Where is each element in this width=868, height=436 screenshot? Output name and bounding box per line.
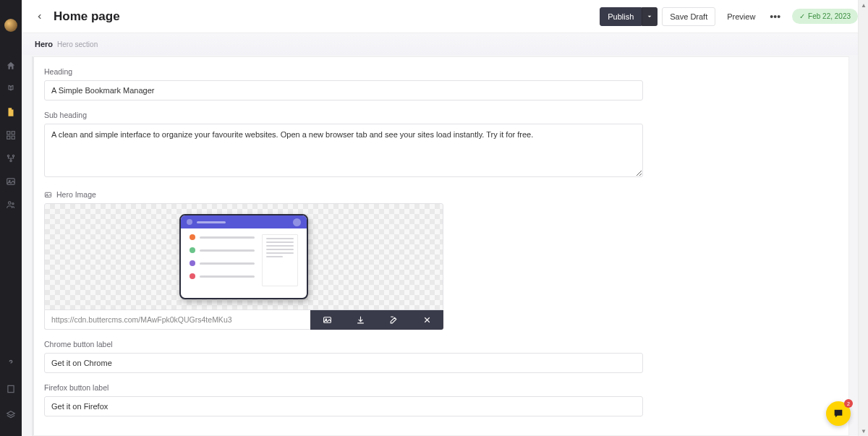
home-icon: [6, 61, 16, 71]
blog-icon: [6, 84, 16, 94]
image-download-button[interactable]: [344, 310, 377, 330]
field-heading: Heading: [44, 67, 838, 101]
hero-image-url-row: [44, 310, 443, 330]
sidebar: [0, 0, 22, 436]
field-subheading: Sub heading: [44, 111, 838, 180]
avatar[interactable]: [4, 19, 17, 32]
sidebar-bottom: [6, 358, 16, 436]
scroll-up-button[interactable]: ▲: [859, 0, 868, 10]
sidebar-docs[interactable]: [6, 384, 16, 394]
hero-image-url[interactable]: [44, 310, 310, 330]
chrome-label: Chrome button label: [44, 340, 838, 349]
chrome-input[interactable]: [44, 353, 643, 373]
svg-point-4: [7, 155, 9, 156]
image-library-button[interactable]: [310, 310, 344, 330]
sidebar-nav: [6, 61, 16, 358]
firefox-label: Firefox button label: [44, 383, 838, 392]
subheading-label: Sub heading: [44, 111, 838, 119]
heading-label: Heading: [44, 67, 838, 76]
sidebar-users[interactable]: [6, 200, 16, 210]
more-button[interactable]: •••: [767, 7, 783, 27]
edit-icon: [389, 315, 399, 325]
layers-icon: [6, 410, 16, 420]
sidebar-pages[interactable]: [6, 107, 16, 117]
image-icon: [44, 191, 52, 199]
topbar: Home page Publish Save Draft Preview •••…: [22, 0, 868, 33]
chat-icon: [833, 408, 844, 419]
breadcrumb: Hero Hero section: [22, 33, 868, 55]
hero-image-preview[interactable]: [44, 203, 443, 310]
field-chrome-label: Chrome button label: [44, 340, 838, 373]
sidebar-relations[interactable]: [6, 153, 16, 163]
svg-point-9: [9, 202, 12, 205]
subheading-input[interactable]: [44, 124, 643, 177]
svg-point-6: [10, 160, 12, 161]
hero-image-content: [179, 214, 308, 299]
svg-point-10: [12, 203, 14, 205]
sidebar-media[interactable]: [6, 176, 16, 187]
sidebar-layers[interactable]: [6, 410, 16, 420]
image-edit-button[interactable]: [377, 310, 410, 330]
chevron-down-icon: [647, 14, 652, 20]
pages-icon: [6, 107, 16, 117]
breadcrumb-sub: Hero section: [57, 40, 98, 48]
topbar-actions: Publish Save Draft Preview ••• Feb 22, 2…: [600, 7, 858, 27]
preview-button[interactable]: Preview: [720, 8, 762, 25]
sidebar-blog[interactable]: [6, 84, 16, 94]
sidebar-collections[interactable]: [6, 130, 16, 140]
media-icon: [6, 176, 16, 187]
svg-rect-11: [8, 385, 14, 392]
main: Home page Publish Save Draft Preview •••…: [22, 0, 868, 436]
field-hero-image: Hero Image: [44, 190, 838, 330]
back-button[interactable]: [32, 9, 48, 25]
chat-badge: 2: [844, 399, 853, 408]
chat-widget[interactable]: 2: [826, 401, 851, 426]
users-icon: [6, 200, 16, 210]
content-panel: Heading Sub heading Hero Image: [32, 56, 849, 436]
docs-icon: [6, 384, 16, 394]
sidebar-help[interactable]: [6, 358, 16, 368]
page-title: Home page: [54, 9, 120, 24]
field-firefox-label: Firefox button label: [44, 383, 838, 416]
image-remove-button[interactable]: [410, 310, 443, 330]
svg-rect-3: [12, 136, 14, 139]
publish-dropdown[interactable]: [642, 7, 658, 26]
firefox-input[interactable]: [44, 396, 643, 416]
svg-point-5: [12, 155, 14, 156]
sidebar-home[interactable]: [6, 61, 16, 71]
chevron-left-icon: [36, 13, 43, 20]
scroll-down-button[interactable]: ▼: [859, 426, 868, 436]
download-icon: [356, 315, 365, 325]
relations-icon: [6, 153, 16, 163]
svg-rect-1: [12, 132, 14, 134]
svg-rect-0: [7, 132, 10, 134]
svg-rect-2: [7, 136, 10, 139]
status-date: Feb 22, 2023: [808, 12, 851, 20]
image-library-icon: [323, 315, 332, 325]
collections-icon: [6, 130, 16, 140]
help-icon: [6, 358, 16, 368]
scrollbar[interactable]: ▲ ▼: [858, 0, 868, 436]
status-badge: Feb 22, 2023: [792, 9, 858, 24]
hero-image-label: Hero Image: [44, 190, 838, 199]
heading-input[interactable]: [44, 80, 643, 101]
publish-button[interactable]: Publish: [600, 7, 642, 26]
close-icon: [422, 315, 432, 325]
breadcrumb-main: Hero: [35, 40, 53, 48]
save-draft-button[interactable]: Save Draft: [662, 7, 715, 26]
